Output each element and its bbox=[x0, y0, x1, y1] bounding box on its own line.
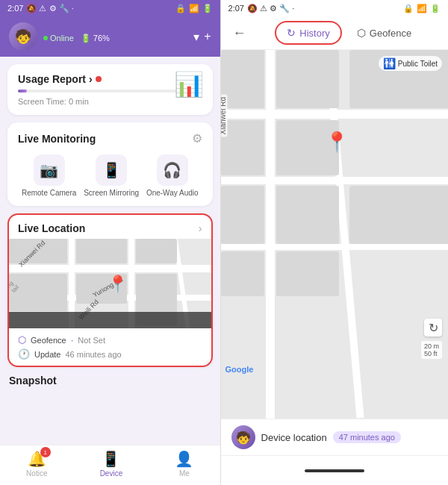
zoom-refresh-icon[interactable]: ↻ bbox=[424, 319, 442, 337]
right-bottom-nav bbox=[221, 455, 448, 485]
scale-text-2: 50 ft bbox=[424, 350, 439, 357]
left-status-right: 🔒 📶 🔋 bbox=[175, 4, 213, 13]
mf-block-10 bbox=[276, 251, 339, 296]
right-lock-icon: 🔒 bbox=[403, 4, 414, 13]
nav-device[interactable]: 📱 Device bbox=[100, 450, 123, 478]
nav-me[interactable]: 👤 Me bbox=[175, 450, 193, 478]
left-header: 🧒 Online 🔋 76% ▾ + bbox=[0, 16, 220, 57]
right-tabs: ↻ History ⬡ Geofence bbox=[257, 21, 441, 45]
right-status-icons: 🔕 ⚠ ⚙ 🔧 · bbox=[247, 4, 294, 13]
nav-notice-label: Notice bbox=[26, 469, 47, 478]
home-indicator bbox=[305, 469, 364, 472]
poi-label: Public Toilet bbox=[398, 60, 438, 68]
usage-report-card[interactable]: Usage Report › Screen Time: 0 min 📊 bbox=[7, 64, 213, 115]
headphone-icon: 🎧 bbox=[157, 154, 188, 186]
online-label: Online bbox=[50, 34, 74, 43]
live-location-footer: ⬡ Geofence · Not Set 🕐 Update 46 minutes… bbox=[9, 328, 211, 366]
right-time-display: 2:07 bbox=[228, 4, 244, 13]
chevron-down-icon[interactable]: ▾ bbox=[193, 30, 199, 44]
device-location-bar: 🧒 Device location 47 minutes ago bbox=[221, 419, 448, 455]
usage-alert-dot bbox=[96, 76, 102, 82]
left-content: Usage Report › Screen Time: 0 min 📊 Live… bbox=[0, 57, 220, 445]
online-dot bbox=[43, 36, 48, 40]
google-logo: Google bbox=[225, 365, 254, 374]
geofence-icon: ⬡ bbox=[18, 334, 26, 345]
update-row: 🕐 Update 46 minutes ago bbox=[18, 348, 202, 360]
map-device-pin: 📍 bbox=[325, 131, 349, 154]
back-button[interactable]: ← bbox=[228, 24, 251, 43]
geofence-label: Geofence bbox=[31, 336, 66, 345]
avatar-emoji: 🧒 bbox=[15, 28, 31, 45]
one-way-audio-item[interactable]: 🎧 One-Way Audio bbox=[146, 154, 199, 197]
device-location-time: 47 minutes ago bbox=[333, 431, 401, 443]
right-header: ← ↻ History ⬡ Geofence bbox=[221, 16, 448, 50]
live-monitoring-header: Live Monitoring ⚙ bbox=[18, 131, 202, 146]
device-location-avatar: 🧒 bbox=[231, 425, 255, 449]
battery-percent: 🔋 76% bbox=[81, 34, 110, 43]
live-location-header: Live Location › bbox=[9, 215, 211, 239]
right-panel: 2:07 🔕 ⚠ ⚙ 🔧 · 🔒 📶 🔋 ← ↻ History ⬡ Geofe… bbox=[221, 0, 448, 485]
one-way-audio-label: One-Way Audio bbox=[146, 189, 199, 197]
snapshot-section: Snapshot bbox=[7, 375, 213, 392]
plus-icon[interactable]: + bbox=[204, 30, 211, 43]
live-location-arrow-icon: › bbox=[199, 222, 202, 234]
time-display: 2:07 bbox=[7, 4, 23, 13]
avatar: 🧒 bbox=[9, 22, 37, 51]
screen-mirroring-item[interactable]: 📱 Screen Mirroring bbox=[84, 154, 139, 197]
mf-block-6 bbox=[276, 186, 339, 244]
history-tab-label: History bbox=[299, 28, 329, 39]
wifi-icon: 📶 bbox=[189, 4, 199, 13]
header-info: Online 🔋 76% bbox=[43, 30, 187, 43]
map-preview[interactable]: Xianwei Rd ngtail Yuriong Rd Weili Rd 📍 bbox=[9, 239, 211, 328]
nav-device-label: Device bbox=[100, 469, 123, 478]
location-pin-icon: 📍 bbox=[108, 275, 128, 294]
camera-icon: 📷 bbox=[34, 154, 65, 186]
right-battery-icon: 🔋 bbox=[430, 4, 441, 13]
screen-mirroring-label: Screen Mirroring bbox=[84, 189, 139, 197]
screen-mirror-icon: 📱 bbox=[96, 154, 127, 186]
screen-time-value: 0 min bbox=[69, 97, 89, 106]
left-panel: 2:07 🔕 ⚠ ⚙ 🔧 · 🔒 📶 🔋 🧒 Online 🔋 76% ▾ + bbox=[0, 0, 220, 485]
geofence-dot: · bbox=[71, 334, 74, 345]
mf-road-h3 bbox=[221, 244, 448, 250]
header-actions: ▾ + bbox=[193, 30, 211, 44]
toilet-icon: 🚻 bbox=[383, 57, 396, 69]
battery-icon: 🔋 bbox=[202, 4, 213, 13]
map-block-3 bbox=[9, 274, 67, 311]
map-block-5 bbox=[136, 239, 177, 263]
tab-geofence[interactable]: ⬡ Geofence bbox=[346, 21, 422, 45]
tab-history[interactable]: ↻ History bbox=[275, 21, 341, 45]
full-map[interactable]: Xianwei Rd 🚻 Public Toilet 📍 20 m 50 ft … bbox=[221, 50, 448, 419]
nav-notice[interactable]: 🔔 1 Notice bbox=[26, 450, 47, 478]
mf-block-2 bbox=[276, 50, 339, 108]
notice-badge: 1 bbox=[40, 447, 51, 457]
notice-icon: 🔔 1 bbox=[28, 450, 46, 468]
mf-block-9 bbox=[221, 251, 264, 296]
poi-public-toilet: 🚻 Public Toilet bbox=[379, 56, 442, 71]
history-icon: ↻ bbox=[287, 27, 296, 39]
screen-time-label: Screen Time: bbox=[18, 97, 66, 106]
device-icon: 📱 bbox=[102, 450, 120, 468]
map-block-2 bbox=[76, 239, 127, 263]
road-label-xianwei: Xianwei Rd bbox=[221, 95, 228, 137]
mf-road-v1 bbox=[266, 50, 275, 419]
usage-arrow-icon: › bbox=[89, 73, 93, 85]
left-status-time: 2:07 🔕 ⚠ ⚙ 🔧 · bbox=[7, 4, 74, 13]
left-status-bar: 2:07 🔕 ⚠ ⚙ 🔧 · 🔒 📶 🔋 bbox=[0, 0, 220, 16]
snapshot-title: Snapshot bbox=[9, 375, 211, 387]
live-location-card[interactable]: Live Location › Xianwei Rd ngtail bbox=[7, 213, 213, 367]
map-scale: 20 m 50 ft bbox=[421, 341, 442, 359]
right-status-right: 🔒 📶 🔋 bbox=[403, 4, 441, 13]
update-label: Update bbox=[34, 350, 60, 359]
usage-progress-fill bbox=[18, 90, 27, 93]
live-location-title: Live Location bbox=[18, 222, 85, 234]
remote-camera-item[interactable]: 📷 Remote Camera bbox=[22, 154, 76, 197]
monitoring-settings-icon[interactable]: ⚙ bbox=[192, 131, 202, 146]
right-status-left: 2:07 🔕 ⚠ ⚙ 🔧 · bbox=[228, 4, 295, 13]
mf-block-8 bbox=[349, 186, 448, 244]
map-overlay-bar bbox=[9, 312, 211, 328]
geofence-row: ⬡ Geofence · Not Set bbox=[18, 334, 202, 345]
map-zoom-controls: ↻ bbox=[424, 319, 442, 337]
monitoring-items: 📷 Remote Camera 📱 Screen Mirroring 🎧 One… bbox=[18, 154, 202, 197]
mf-road-h2 bbox=[221, 177, 448, 184]
